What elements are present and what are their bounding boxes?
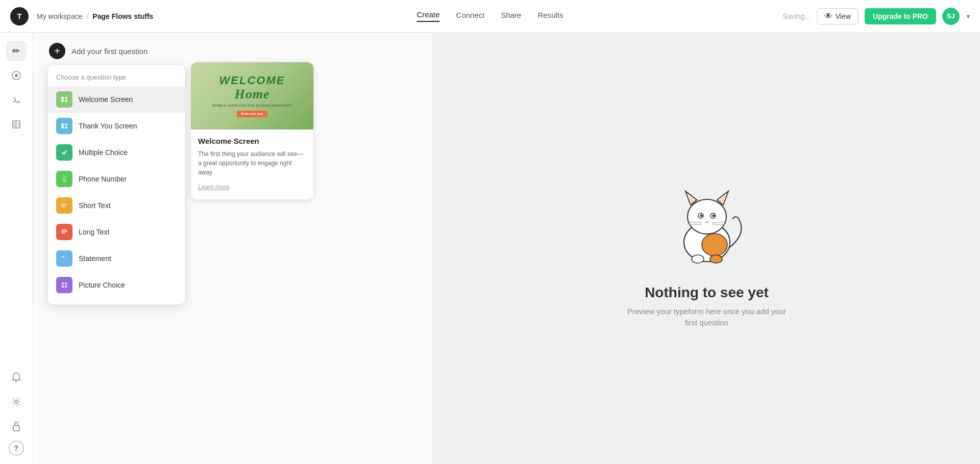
nav-results[interactable]: Results — [537, 11, 563, 21]
svg-rect-2 — [13, 121, 20, 128]
sidebar-bottom-icons: ? — [6, 367, 27, 456]
statement-label: Statement — [79, 254, 111, 263]
welcome-screen-icon — [56, 91, 72, 108]
svg-point-35 — [712, 214, 715, 217]
svg-rect-11 — [61, 123, 64, 128]
view-button[interactable]: 👁 View — [817, 8, 859, 24]
lock-icon-button[interactable] — [6, 416, 27, 436]
svg-point-6 — [15, 400, 18, 403]
help-icon-button[interactable]: ? — [9, 441, 24, 456]
question-type-dropdown: Choose a question type Welcome Screen — [48, 65, 185, 304]
app-logo[interactable]: T — [10, 7, 29, 25]
breadcrumb: My workspace / Page Flows stuffs — [37, 12, 153, 20]
nothing-title: Nothing to see yet — [645, 285, 769, 301]
qt-welcome-screen[interactable]: Welcome Screen — [48, 86, 185, 113]
nav-share[interactable]: Share — [501, 11, 521, 21]
add-question-label: Add your first question — [71, 47, 148, 56]
svg-point-1 — [15, 74, 18, 77]
short-text-icon — [56, 197, 72, 214]
question-type-preview-card: WELCOME Home Ready to spend some time at… — [191, 62, 313, 199]
svg-point-15 — [64, 181, 65, 182]
main-nav: Create Connect Share Results — [417, 10, 564, 22]
eye-icon: 👁 — [824, 12, 832, 21]
svg-point-42 — [692, 255, 704, 263]
apt-subtitle: Ready to spend some time at Cactus Apart… — [212, 104, 292, 108]
qt-picture-choice[interactable]: Picture Choice — [48, 272, 185, 298]
svg-rect-23 — [65, 282, 67, 285]
qt-phone-number[interactable]: Phone Number — [48, 166, 185, 192]
saving-status: Saving... — [782, 12, 810, 20]
svg-point-34 — [700, 214, 702, 217]
main-content: + Add your first question Choose a quest… — [33, 33, 980, 464]
app-body: ✏ — [0, 33, 980, 464]
preview-card-title: Welcome Screen — [198, 137, 306, 145]
long-text-icon — [56, 224, 72, 240]
picture-choice-label: Picture Choice — [79, 281, 125, 289]
cat-illustration — [656, 168, 758, 272]
header: T My workspace / Page Flows stuffs Creat… — [0, 0, 980, 33]
nav-connect[interactable]: Connect — [456, 11, 485, 21]
header-right: Saving... 👁 View Upgrade to PRO SJ ▾ — [782, 8, 970, 25]
svg-rect-25 — [65, 286, 67, 288]
book-btn: Book your stay — [237, 111, 267, 117]
preview-card-body: Welcome Screen The first thing your audi… — [191, 130, 313, 199]
svg-point-43 — [710, 255, 722, 263]
phone-number-label: Phone Number — [79, 175, 127, 183]
bell-icon-button[interactable] — [6, 367, 27, 388]
thank-you-screen-label: Thank You Screen — [79, 122, 137, 130]
breadcrumb-separator: / — [86, 12, 88, 20]
edit-tool-button[interactable]: ✏ — [6, 41, 27, 61]
upgrade-button[interactable]: Upgrade to PRO — [865, 8, 936, 24]
welcome-home-illustration: WELCOME Home Ready to spend some time at… — [212, 74, 292, 117]
multiple-choice-icon — [56, 144, 72, 161]
welcome-text: WELCOME — [212, 74, 292, 87]
long-text-label: Long Text — [79, 228, 109, 236]
svg-rect-12 — [65, 123, 67, 125]
svg-point-41 — [702, 234, 727, 256]
learn-more-link[interactable]: Learn more — [198, 184, 229, 191]
thank-you-screen-icon — [56, 118, 72, 134]
svg-text:": " — [62, 255, 65, 262]
preview-panel: Nothing to see yet Preview your typeform… — [433, 33, 980, 464]
picture-choice-icon — [56, 277, 72, 293]
theme-tool-button[interactable] — [6, 65, 27, 86]
svg-rect-22 — [62, 282, 64, 285]
svg-rect-24 — [62, 286, 64, 288]
welcome-screen-label: Welcome Screen — [79, 95, 133, 104]
avatar[interactable]: SJ — [942, 8, 960, 25]
chevron-down-icon[interactable]: ▾ — [967, 13, 970, 20]
logic-tool-button[interactable] — [6, 90, 27, 110]
qt-short-text[interactable]: Short Text — [48, 192, 185, 219]
nothing-subtitle: Preview your typeform here once you add … — [625, 306, 789, 329]
svg-rect-13 — [65, 126, 67, 128]
statement-icon: " — [56, 250, 72, 267]
qt-long-text[interactable]: Long Text — [48, 219, 185, 245]
current-page: Page Flows stuffs — [92, 12, 153, 20]
qt-thank-you-screen[interactable]: Thank You Screen — [48, 113, 185, 139]
preview-card-description: The first thing your audience will see—a… — [198, 149, 306, 177]
table-tool-button[interactable] — [6, 114, 27, 135]
svg-rect-10 — [65, 100, 67, 102]
svg-rect-7 — [13, 426, 19, 431]
svg-point-27 — [688, 199, 726, 234]
dropdown-header: Choose a question type — [48, 71, 185, 86]
svg-rect-8 — [61, 97, 64, 102]
workspace-link[interactable]: My workspace — [37, 12, 82, 20]
svg-rect-9 — [65, 97, 67, 99]
preview-card-image: WELCOME Home Ready to spend some time at… — [191, 62, 313, 130]
qt-multiple-choice[interactable]: Multiple Choice — [48, 139, 185, 166]
short-text-label: Short Text — [79, 201, 111, 210]
icon-sidebar: ✏ — [0, 33, 33, 464]
home-text: Home — [212, 87, 292, 102]
phone-number-icon — [56, 171, 72, 187]
multiple-choice-label: Multiple Choice — [79, 148, 128, 157]
nav-create[interactable]: Create — [417, 10, 440, 22]
add-question-icon: + — [49, 43, 65, 59]
qt-statement[interactable]: " Statement — [48, 245, 185, 272]
builder-panel: + Add your first question Choose a quest… — [33, 33, 433, 464]
settings-icon-button[interactable] — [6, 392, 27, 412]
